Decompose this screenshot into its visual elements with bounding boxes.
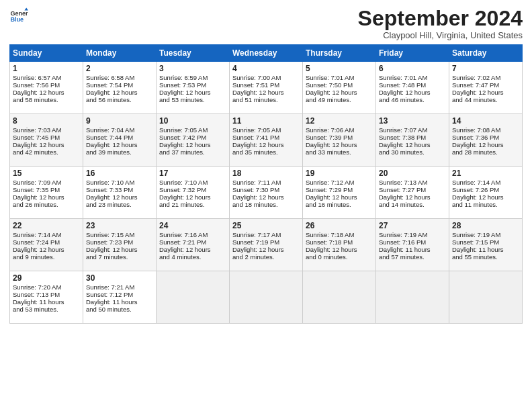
day-info: Sunrise: 7:12 AM: [306, 179, 373, 186]
day-info: and 42 minutes.: [13, 148, 80, 156]
day-info: Sunset: 7:51 PM: [232, 81, 300, 89]
table-cell: 2Sunrise: 6:58 AMSunset: 7:54 PMDaylight…: [83, 62, 157, 114]
day-info: Daylight: 12 hours: [86, 89, 153, 96]
table-cell: 16Sunrise: 7:10 AMSunset: 7:33 PMDayligh…: [83, 167, 157, 219]
table-cell: 23Sunrise: 7:15 AMSunset: 7:23 PMDayligh…: [83, 219, 157, 271]
day-info: and 2 minutes.: [232, 253, 300, 261]
day-number: 30: [86, 273, 153, 283]
day-info: Sunset: 7:39 PM: [306, 134, 373, 141]
table-cell: 12Sunrise: 7:06 AMSunset: 7:39 PMDayligh…: [303, 114, 376, 167]
day-number: 7: [452, 64, 519, 73]
day-info: Daylight: 12 hours: [232, 246, 300, 253]
col-saturday: Saturday: [449, 45, 523, 62]
day-number: 20: [379, 169, 446, 178]
day-info: and 14 minutes.: [379, 201, 446, 208]
svg-text:Blue: Blue: [10, 16, 24, 23]
day-info: and 46 minutes.: [379, 96, 446, 103]
day-info: and 16 minutes.: [306, 201, 373, 208]
day-info: Sunset: 7:29 PM: [306, 186, 373, 193]
day-info: Sunset: 7:41 PM: [232, 134, 300, 141]
day-info: Sunrise: 7:20 AM: [13, 283, 80, 291]
day-info: Sunset: 7:56 PM: [13, 81, 80, 89]
table-cell: 30Sunrise: 7:21 AMSunset: 7:12 PMDayligh…: [83, 271, 157, 324]
day-info: and 23 minutes.: [86, 201, 153, 208]
day-info: Sunset: 7:15 PM: [452, 238, 519, 246]
day-info: Sunset: 7:23 PM: [86, 238, 153, 246]
table-cell: 8Sunrise: 7:03 AMSunset: 7:45 PMDaylight…: [10, 114, 83, 167]
day-info: Daylight: 12 hours: [86, 193, 153, 201]
day-info: Sunrise: 6:58 AM: [86, 74, 153, 81]
day-info: Sunrise: 7:15 AM: [86, 231, 153, 238]
day-info: Sunset: 7:50 PM: [306, 81, 373, 89]
day-info: Sunrise: 7:05 AM: [159, 126, 226, 134]
day-info: Daylight: 12 hours: [159, 193, 226, 201]
day-info: Sunrise: 7:01 AM: [306, 74, 373, 81]
day-info: and 26 minutes.: [13, 201, 80, 208]
day-info: Sunrise: 7:04 AM: [86, 126, 153, 134]
day-info: Sunset: 7:16 PM: [379, 238, 446, 246]
day-info: and 53 minutes.: [13, 306, 80, 313]
day-info: Sunrise: 7:19 AM: [452, 231, 519, 238]
day-info: Sunrise: 7:05 AM: [232, 126, 300, 134]
day-info: and 50 minutes.: [86, 306, 153, 313]
day-info: and 30 minutes.: [379, 148, 446, 156]
day-number: 12: [306, 116, 373, 126]
table-cell: 3Sunrise: 6:59 AMSunset: 7:53 PMDaylight…: [157, 62, 230, 114]
day-info: Sunset: 7:44 PM: [86, 134, 153, 141]
col-friday: Friday: [376, 45, 449, 62]
day-number: 16: [86, 169, 153, 178]
table-cell: 10Sunrise: 7:05 AMSunset: 7:42 PMDayligh…: [157, 114, 230, 167]
day-info: Sunrise: 7:14 AM: [452, 179, 519, 186]
day-info: Sunset: 7:35 PM: [13, 186, 80, 193]
day-info: Daylight: 12 hours: [13, 193, 80, 201]
day-info: Sunrise: 6:57 AM: [13, 74, 80, 81]
table-cell: 22Sunrise: 7:14 AMSunset: 7:24 PMDayligh…: [10, 219, 83, 271]
day-info: Sunset: 7:32 PM: [159, 186, 226, 193]
day-number: 1: [13, 64, 80, 73]
col-thursday: Thursday: [303, 45, 376, 62]
month-title: September 2024: [358, 7, 523, 30]
day-info: Sunrise: 7:14 AM: [13, 231, 80, 238]
day-info: Sunrise: 7:19 AM: [379, 231, 446, 238]
logo-icon: General Blue: [9, 7, 28, 26]
day-info: Daylight: 12 hours: [13, 141, 80, 148]
day-info: Sunset: 7:53 PM: [159, 81, 226, 89]
col-sunday: Sunday: [10, 45, 83, 62]
day-number: 22: [13, 221, 80, 230]
day-info: Sunrise: 7:06 AM: [306, 126, 373, 134]
day-info: and 0 minutes.: [306, 253, 373, 261]
day-info: Sunset: 7:13 PM: [13, 291, 80, 298]
col-tuesday: Tuesday: [157, 45, 230, 62]
day-number: 26: [306, 221, 373, 230]
day-info: and 53 minutes.: [159, 96, 226, 103]
table-cell: 21Sunrise: 7:14 AMSunset: 7:26 PMDayligh…: [449, 167, 523, 219]
day-info: Sunrise: 7:18 AM: [306, 231, 373, 238]
day-number: 4: [232, 64, 300, 73]
title-block: September 2024 Claypool Hill, Virginia, …: [358, 7, 523, 40]
day-info: Daylight: 12 hours: [379, 141, 446, 148]
day-info: Sunset: 7:33 PM: [86, 186, 153, 193]
day-info: Daylight: 12 hours: [86, 246, 153, 253]
day-number: 29: [13, 273, 80, 283]
table-cell: 26Sunrise: 7:18 AMSunset: 7:18 PMDayligh…: [303, 219, 376, 271]
day-info: and 35 minutes.: [232, 148, 300, 156]
day-info: and 56 minutes.: [86, 96, 153, 103]
day-info: and 57 minutes.: [379, 253, 446, 261]
day-info: Sunset: 7:21 PM: [159, 238, 226, 246]
day-number: 17: [159, 169, 226, 178]
day-info: and 39 minutes.: [86, 148, 153, 156]
day-info: Sunrise: 7:07 AM: [379, 126, 446, 134]
day-info: and 44 minutes.: [452, 96, 519, 103]
day-info: Daylight: 11 hours: [86, 298, 153, 306]
day-info: Daylight: 11 hours: [379, 246, 446, 253]
day-info: and 21 minutes.: [159, 201, 226, 208]
day-number: 10: [159, 116, 226, 126]
day-info: Sunset: 7:19 PM: [232, 238, 300, 246]
table-cell: 18Sunrise: 7:11 AMSunset: 7:30 PMDayligh…: [230, 167, 303, 219]
table-cell: 25Sunrise: 7:17 AMSunset: 7:19 PMDayligh…: [230, 219, 303, 271]
table-cell: 11Sunrise: 7:05 AMSunset: 7:41 PMDayligh…: [230, 114, 303, 167]
svg-text:General: General: [10, 10, 28, 17]
page-container: General Blue September 2024 Claypool Hil…: [0, 0, 532, 329]
day-info: Sunrise: 7:00 AM: [232, 74, 300, 81]
table-cell: [449, 271, 523, 324]
